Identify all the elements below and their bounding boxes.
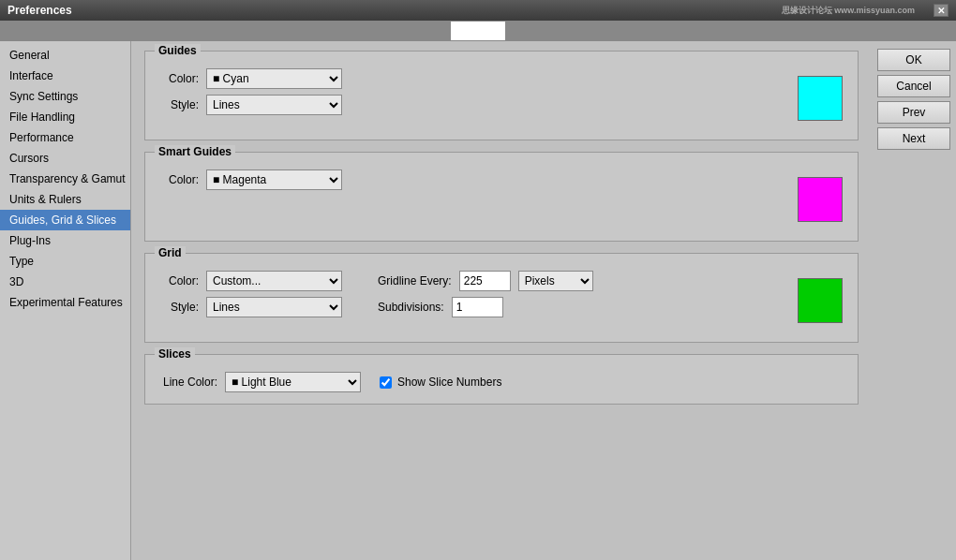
smart-guides-title: Smart Guides (155, 145, 235, 158)
guides-color-row: Color: ■ Cyan Light Blue Magenta Yellow … (157, 68, 794, 89)
sidebar-item-file-handling[interactable]: File Handling (0, 107, 130, 127)
header-bar (0, 21, 956, 41)
guides-style-row: Style: Lines Dashed Lines Dotted Lines (157, 95, 794, 115)
show-slice-numbers-label: Show Slice Numbers (397, 376, 501, 389)
slices-section: Slices Line Color: ■ Light Blue Cyan Mag… (144, 354, 859, 405)
sidebar-item-units-rulers[interactable]: Units & Rulers (0, 189, 130, 210)
close-button[interactable]: ✕ (934, 4, 949, 17)
slices-row: Line Color: ■ Light Blue Cyan Magenta Ye… (157, 372, 846, 392)
gridline-label: Gridline Every: (378, 274, 452, 287)
guides-title: Guides (155, 44, 201, 57)
guides-fields: Color: ■ Cyan Light Blue Magenta Yellow … (157, 68, 794, 115)
grid-title: Grid (155, 246, 186, 259)
grid-section-row: Color: Custom... Cyan Magenta Yellow Gri… (157, 271, 846, 331)
show-slice-numbers-checkbox[interactable] (380, 376, 392, 389)
smart-guides-color-swatch (798, 177, 843, 222)
sidebar-item-3d[interactable]: 3D (0, 272, 130, 292)
smart-guides-preview (794, 169, 846, 229)
grid-fields: Color: Custom... Cyan Magenta Yellow Gri… (157, 271, 794, 317)
grid-style-select[interactable]: Lines Dashed Lines Dotted Lines (206, 297, 342, 317)
ok-button[interactable]: OK (877, 49, 950, 71)
content-area: Guides Color: ■ Cyan Light Blue Magenta … (131, 41, 872, 560)
gridline-value-input[interactable] (459, 271, 511, 291)
window-title: Preferences (7, 4, 72, 17)
subdivisions-value-input[interactable] (452, 297, 503, 317)
subdivisions-label: Subdivisions: (378, 301, 444, 314)
grid-section: Grid Color: Custom... Cyan Magenta Yello… (144, 253, 859, 343)
sidebar-item-performance[interactable]: Performance (0, 127, 130, 148)
grid-style-row: Style: Lines Dashed Lines Dotted Lines S… (157, 297, 794, 317)
slices-title: Slices (155, 347, 195, 361)
buttons-panel: OK Cancel Prev Next (872, 41, 956, 560)
guides-section-row: Color: ■ Cyan Light Blue Magenta Yellow … (157, 68, 846, 128)
guides-preview (794, 68, 846, 128)
slices-line-color-label: Line Color: (157, 376, 217, 389)
show-slice-numbers-row: Show Slice Numbers (380, 376, 501, 389)
grid-color-row: Color: Custom... Cyan Magenta Yellow Gri… (157, 271, 794, 291)
guides-section: Guides Color: ■ Cyan Light Blue Magenta … (144, 51, 859, 140)
grid-style-label: Style: (157, 301, 199, 314)
sidebar-item-general[interactable]: General (0, 45, 130, 66)
search-input[interactable] (450, 21, 506, 41)
grid-unit-select[interactable]: Pixels Inches Centimeters Millimeters Po… (518, 271, 593, 291)
preferences-window: Preferences 思缘设计论坛 www.missyuan.com ✕ Ge… (0, 0, 956, 560)
guides-style-select[interactable]: Lines Dashed Lines Dotted Lines (206, 95, 342, 115)
sidebar-item-cursors[interactable]: Cursors (0, 148, 130, 169)
grid-color-label: Color: (157, 274, 199, 287)
guides-color-select[interactable]: ■ Cyan Light Blue Magenta Yellow Custom.… (206, 68, 342, 89)
smart-guides-section: Smart Guides Color: ■ Magenta Cyan Yello… (144, 152, 859, 242)
content-wrapper: General Interface Sync Settings File Han… (0, 41, 956, 560)
sidebar-item-plug-ins[interactable]: Plug-Ins (0, 230, 130, 251)
next-button[interactable]: Next (877, 127, 950, 150)
guides-color-swatch (798, 76, 843, 121)
smart-guides-color-label: Color: (157, 173, 199, 186)
grid-color-select[interactable]: Custom... Cyan Magenta Yellow (206, 271, 342, 291)
sidebar-item-transparency-gamut[interactable]: Transparency & Gamut (0, 169, 130, 189)
titlebar: Preferences 思缘设计论坛 www.missyuan.com ✕ (0, 0, 956, 21)
cancel-button[interactable]: Cancel (877, 75, 950, 97)
smart-guides-color-row: Color: ■ Magenta Cyan Yellow Custom... (157, 169, 794, 190)
prev-button[interactable]: Prev (877, 101, 950, 124)
sidebar-item-guides-grid-slices[interactable]: Guides, Grid & Slices (0, 210, 130, 230)
guides-style-label: Style: (157, 98, 199, 111)
smart-guides-section-row: Color: ■ Magenta Cyan Yellow Custom... (157, 169, 846, 229)
grid-preview (794, 271, 846, 331)
guides-color-label: Color: (157, 72, 199, 85)
watermark-title: 思缘设计论坛 www.missyuan.com (782, 5, 915, 17)
slices-line-color-select[interactable]: ■ Light Blue Cyan Magenta Yellow Custom.… (225, 372, 361, 392)
sidebar-item-interface[interactable]: Interface (0, 66, 130, 86)
smart-guides-color-select[interactable]: ■ Magenta Cyan Yellow Custom... (206, 169, 342, 190)
sidebar-item-type[interactable]: Type (0, 251, 130, 272)
grid-color-swatch (798, 278, 843, 323)
sidebar: General Interface Sync Settings File Han… (0, 41, 131, 560)
sidebar-item-sync-settings[interactable]: Sync Settings (0, 86, 130, 107)
sidebar-item-experimental[interactable]: Experimental Features (0, 292, 130, 313)
smart-guides-fields: Color: ■ Magenta Cyan Yellow Custom... (157, 169, 794, 190)
